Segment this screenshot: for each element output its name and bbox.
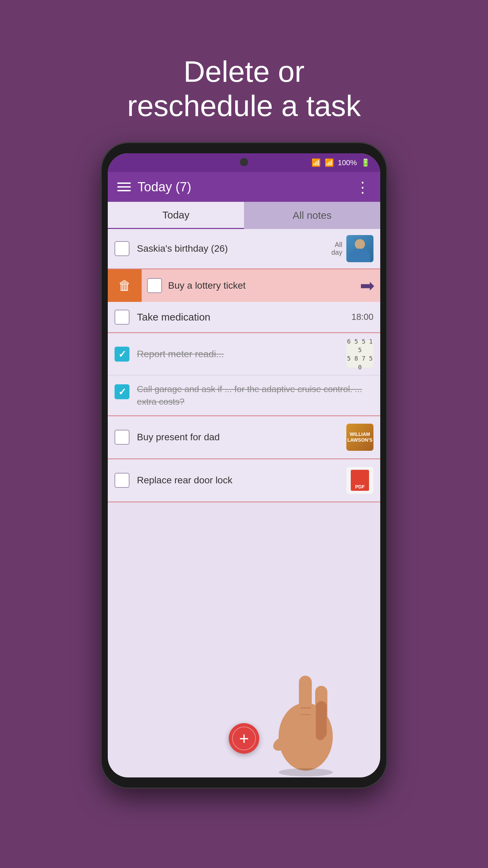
- task-checkbox-checked[interactable]: [115, 347, 129, 362]
- svg-point-8: [279, 768, 333, 776]
- phone-mockup: 📶 📶 100% 🔋 Today (7) ⋮ Today: [102, 143, 386, 788]
- svg-point-0: [279, 703, 333, 771]
- task-checkbox-checked[interactable]: [115, 384, 129, 399]
- task-text: Call garage and ask if ... for the adapt…: [137, 383, 373, 408]
- headline-line2: reschedule a task: [127, 89, 361, 122]
- task-text: Take medication: [137, 310, 351, 324]
- task-thumbnail: [346, 235, 373, 262]
- app-title: Today (7): [138, 180, 355, 194]
- headline-line1: Delete or: [183, 55, 304, 88]
- task-checkbox[interactable]: [115, 310, 129, 325]
- task-thumbnail: PDF: [346, 467, 373, 494]
- task-thumbnail: WILLIAMLAWSON'S: [346, 424, 373, 451]
- task-time: 18:00: [351, 312, 373, 322]
- svg-rect-2: [299, 676, 312, 727]
- headline: Delete or reschedule a task: [107, 27, 381, 123]
- separator: [108, 502, 380, 502]
- task-text: Buy present for dad: [137, 431, 346, 443]
- task-text: Saskia's birthday (26): [137, 243, 331, 255]
- task-thumbnail: 6 5 5 1 55 8 7 5 0: [346, 341, 373, 368]
- hamburger-menu-button[interactable]: [117, 182, 131, 191]
- svg-rect-5: [316, 710, 325, 740]
- more-options-button[interactable]: ⋮: [355, 178, 371, 196]
- task-text: Replace rear door lock: [137, 474, 346, 486]
- phone-frame: 📶 📶 100% 🔋 Today (7) ⋮ Today: [102, 143, 386, 788]
- tab-today[interactable]: Today: [108, 202, 244, 229]
- task-time: All: [335, 241, 342, 249]
- fab-ring: [232, 727, 256, 750]
- task-item[interactable]: Take medication 18:00: [108, 302, 380, 332]
- task-checkbox[interactable]: [115, 473, 129, 488]
- svg-rect-3: [315, 686, 327, 733]
- status-bar: 📶 📶 100% 🔋: [108, 153, 380, 172]
- signal-icon: 📶: [325, 158, 334, 167]
- wifi-icon: 📶: [311, 158, 321, 167]
- task-checkbox[interactable]: [115, 241, 129, 256]
- task-text: Buy a lottery ticket: [168, 279, 357, 292]
- camera: [240, 158, 248, 166]
- task-text: Report meter readi...: [137, 348, 346, 360]
- task-item[interactable]: Saskia's birthday (26) All day: [108, 229, 380, 269]
- task-checkbox[interactable]: [147, 278, 162, 293]
- battery-icon: 🔋: [361, 158, 370, 167]
- task-checkbox[interactable]: [115, 430, 129, 445]
- phone-screen: 📶 📶 100% 🔋 Today (7) ⋮ Today: [108, 153, 380, 777]
- add-task-fab[interactable]: +: [229, 723, 259, 754]
- svg-point-1: [271, 734, 293, 754]
- swipe-arrow-icon: ➡: [360, 275, 375, 296]
- task-time-2: day: [331, 249, 342, 256]
- task-list: Saskia's birthday (26) All day 🗑 B: [108, 229, 380, 502]
- status-icons: 📶 📶 100% 🔋: [311, 158, 370, 167]
- trash-icon: 🗑: [118, 278, 131, 293]
- task-item[interactable]: Buy present for dad WILLIAMLAWSON'S: [108, 416, 380, 459]
- task-item[interactable]: Report meter readi... 6 5 5 1 55 8 7 5 0: [108, 333, 380, 375]
- task-item-swiped[interactable]: 🗑 Buy a lottery ticket ➡: [108, 269, 380, 302]
- delete-button[interactable]: 🗑: [108, 269, 142, 302]
- tab-bar: Today All notes: [108, 202, 380, 229]
- tab-all-notes[interactable]: All notes: [244, 202, 380, 229]
- svg-rect-4: [316, 701, 327, 738]
- battery-level: 100%: [338, 158, 357, 167]
- app-header: Today (7) ⋮: [108, 172, 380, 202]
- hand-cursor-overlay: [265, 642, 353, 777]
- task-item[interactable]: Call garage and ask if ... for the adapt…: [108, 375, 380, 416]
- task-item[interactable]: Replace rear door lock PDF: [108, 459, 380, 502]
